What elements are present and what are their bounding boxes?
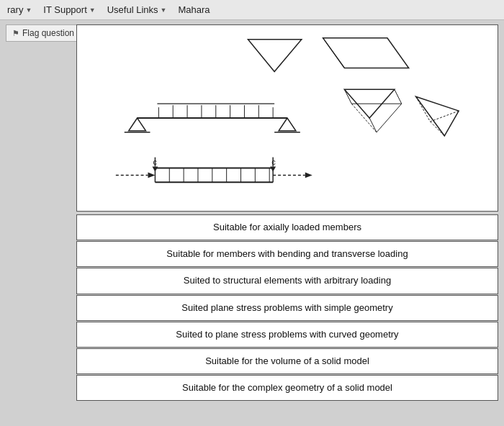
nav-label-mahara: Mahara xyxy=(178,4,210,15)
option-item-3[interactable]: Suited to structural elements with arbit… xyxy=(76,268,498,294)
option-item-1[interactable]: Suitable for axially loaded members xyxy=(76,214,498,240)
option-item-4[interactable]: Suited plane stress problems with simple… xyxy=(76,295,498,321)
nav-arrow-usefullinks: ▼ xyxy=(161,6,167,14)
nav-label-itsupport: IT Support xyxy=(43,4,86,15)
flag-question-button[interactable]: ⚑ Flag question xyxy=(6,24,81,42)
sidebar: ⚑ Flag question xyxy=(6,24,71,422)
options-list: Suitable for axially loaded membersSuita… xyxy=(76,214,498,402)
svg-text:c: c xyxy=(271,158,276,166)
nav-label-library: rary xyxy=(7,4,23,15)
nav-item-usefullinks[interactable]: Useful Links ▼ xyxy=(107,4,167,15)
flag-icon: ⚑ xyxy=(12,29,19,38)
flag-button-label: Flag question xyxy=(22,28,74,38)
content-area: ⚑ Flag question xyxy=(0,20,504,426)
diagram-image-box: c c xyxy=(76,24,498,212)
nav-arrow-library: ▼ xyxy=(25,6,32,14)
main-panel: c c Suitable for axially loaded membersS… xyxy=(76,24,498,422)
option-item-6[interactable]: Suitable for the volume of a solid model xyxy=(76,348,498,374)
nav-label-usefullinks: Useful Links xyxy=(107,4,158,15)
option-item-2[interactable]: Suitable for members with bending and tr… xyxy=(76,241,498,267)
nav-item-mahara[interactable]: Mahara xyxy=(178,4,210,15)
nav-item-itsupport[interactable]: IT Support ▼ xyxy=(43,4,95,15)
diagrams-svg: c c xyxy=(77,25,498,211)
nav-item-library[interactable]: rary ▼ xyxy=(7,4,32,15)
option-item-5[interactable]: Suited to plane stress problems with cur… xyxy=(76,322,498,348)
nav-arrow-itsupport: ▼ xyxy=(89,6,96,14)
option-item-7[interactable]: Suitable for the complex geometry of a s… xyxy=(76,375,498,401)
navbar: rary ▼ IT Support ▼ Useful Links ▼ Mahar… xyxy=(0,0,504,20)
